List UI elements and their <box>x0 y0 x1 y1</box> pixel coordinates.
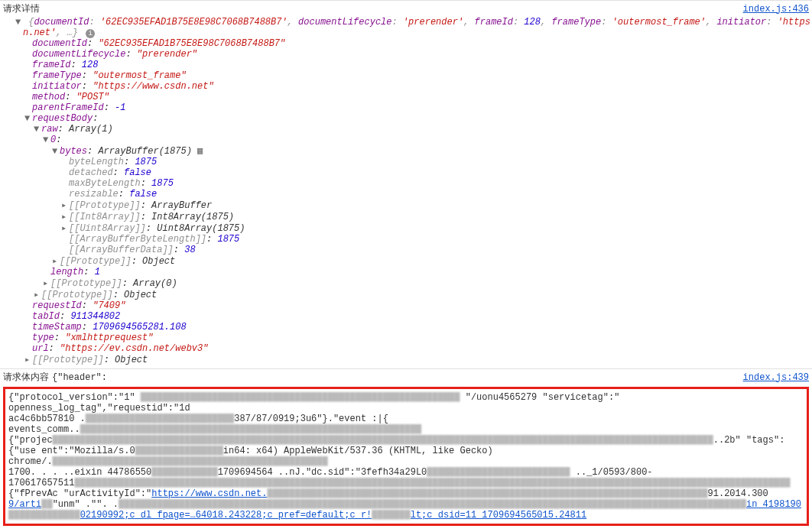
field-byteLength[interactable]: byteLength: 1875 <box>3 157 809 167</box>
field-idx0[interactable]: ▼0: <box>3 135 809 145</box>
body-line: {"protocol_version":"1" ████████████████… <box>8 392 804 414</box>
field-tabId[interactable]: tabId: 911344802 <box>3 311 809 322</box>
body-line: █████████████02190992;c dl fpage=…64018.… <box>8 510 804 521</box>
section-header-request-body: 请求体内容 {"header": index.js:439 <box>0 368 812 385</box>
field-type[interactable]: type: "xmlhttprequest" <box>3 332 809 343</box>
collapse-icon[interactable]: ▸ <box>43 277 50 289</box>
section-title: 请求详情 <box>3 2 40 15</box>
body-line: {"projec████████████████████████████████… <box>8 435 804 446</box>
field-prototype[interactable]: ▸[[Prototype]]: Object <box>3 354 809 365</box>
collapse-icon[interactable]: ▸ <box>52 255 60 267</box>
field-requestBody[interactable]: ▼requestBody: <box>3 113 809 124</box>
expand-icon[interactable]: ▼ <box>34 124 41 135</box>
expand-icon[interactable]: ▼ <box>15 17 23 28</box>
field-url[interactable]: url: "https://ev.csdn.net/webv3" <box>3 343 809 354</box>
field-prototype[interactable]: ▸[[Prototype]]: ArrayBuffer <box>3 200 809 211</box>
body-preview: {"header": <box>52 372 107 383</box>
field-initiator[interactable]: initiator: "https://www.csdn.net" <box>3 81 809 92</box>
field-maxByteLength[interactable]: maxByteLength: 1875 <box>3 178 809 189</box>
body-link[interactable]: in 4198190 <box>746 499 801 510</box>
source-link[interactable]: index.js:439 <box>743 372 809 383</box>
collapse-icon[interactable]: ▸ <box>61 200 69 211</box>
field-prototype[interactable]: ▸[[Prototype]]: Object <box>3 255 809 267</box>
body-line: {"use ent":"Mozilla/s.0████████████████i… <box>8 446 804 467</box>
body-line: 1700. . . ..eixin 44786550████████████17… <box>8 467 804 478</box>
body-line: 9/arti██"unm" ."". .████████████████████… <box>8 499 804 510</box>
collapse-icon[interactable]: ▸ <box>34 289 41 300</box>
field-parentFrameId[interactable]: parentFrameId: -1 <box>3 102 809 113</box>
request-body-highlight: {"protocol_version":"1" ████████████████… <box>3 387 809 526</box>
field-frameType[interactable]: frameType: "outermost_frame" <box>3 70 809 81</box>
body-line: ac4c6bb57810 .██████████████████████████… <box>8 414 804 435</box>
body-link[interactable]: 02190992;c dl fpage=…64018.243228;c pref… <box>80 510 372 521</box>
field-raw[interactable]: ▼raw: Array(1) <box>3 124 809 135</box>
object-summary[interactable]: ▼ {documentId: '62EC935EFAD1B75E8E98C706… <box>3 17 809 28</box>
field-int8array[interactable]: ▸[[Int8Array]]: Int8Array(1875) <box>3 211 809 222</box>
field-documentLifecycle[interactable]: documentLifecycle: "prerender" <box>3 49 809 60</box>
body-link[interactable]: https://www.csdn.net. <box>151 488 267 499</box>
field-abd[interactable]: [[ArrayBufferData]]: 38 <box>3 245 809 255</box>
field-detached[interactable]: detached: false <box>3 167 809 178</box>
field-resizable[interactable]: resizable: false <box>3 189 809 200</box>
field-frameId[interactable]: frameId: 128 <box>3 60 809 70</box>
section-title: 请求体内容 <box>3 371 49 384</box>
expand-icon[interactable]: ▼ <box>24 113 32 124</box>
collapse-icon[interactable]: ▸ <box>24 354 32 365</box>
collapse-icon[interactable]: ▸ <box>61 211 69 222</box>
collapse-icon[interactable]: ▸ <box>61 222 69 234</box>
field-length[interactable]: length: 1 <box>3 267 809 277</box>
object-summary-cont: n.net', …} i <box>3 28 809 38</box>
memory-icon[interactable]: ▦ <box>197 146 203 157</box>
source-link[interactable]: index.js:436 <box>743 4 809 15</box>
body-line: {"fPrevAc "urActivityId":"https://www.cs… <box>8 488 804 499</box>
section-header-request-details: 请求详情 index.js:436 <box>0 0 812 17</box>
field-bytes[interactable]: ▼bytes: ArrayBuffer(1875) ▦ <box>3 145 809 157</box>
field-prototype[interactable]: ▸[[Prototype]]: Array(0) <box>3 277 809 289</box>
info-icon[interactable]: i <box>86 29 95 38</box>
field-timeStamp[interactable]: timeStamp: 1709694565281.108 <box>3 322 809 332</box>
field-abbl[interactable]: [[ArrayBufferByteLength]]: 1875 <box>3 234 809 245</box>
body-line: 170617657511████████████████████████████… <box>8 478 804 488</box>
expand-icon[interactable]: ▼ <box>43 135 50 145</box>
field-uint8array[interactable]: ▸[[Uint8Array]]: Uint8Array(1875) <box>3 222 809 234</box>
expand-icon[interactable]: ▼ <box>52 146 60 157</box>
field-method[interactable]: method: "POST" <box>3 92 809 102</box>
body-link[interactable]: 9/arti <box>8 499 41 510</box>
object-tree: ▼ {documentId: '62EC935EFAD1B75E8E98C706… <box>0 17 812 368</box>
body-link[interactable]: lt;c dsid=11 1709694565015.24811 <box>411 510 586 521</box>
field-requestId[interactable]: requestId: "7409" <box>3 300 809 311</box>
field-prototype[interactable]: ▸[[Prototype]]: Object <box>3 289 809 300</box>
field-documentId[interactable]: documentId: "62EC935EFAD1B75E8E98C7068B7… <box>3 38 809 49</box>
